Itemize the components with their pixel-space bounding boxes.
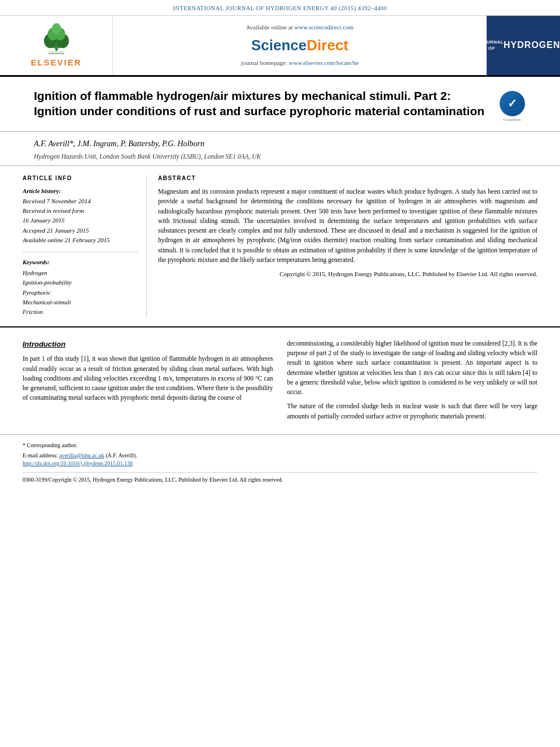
footer-doi: http://dx.doi.org/10.1016/j.ijhydene.201… — [23, 460, 537, 468]
crossmark-label: CrossMark — [503, 117, 520, 123]
sciencedirect-logo: ScienceDirect — [251, 35, 348, 55]
revised-date: 16 January 2015 — [23, 216, 138, 225]
footer-email: E-mail address: averilla@lsbu.ac.uk (A.F… — [23, 452, 537, 460]
article-title-section: Ignition of flammable hydrogen/air mixtu… — [0, 77, 560, 132]
banner: ELSEVIER Available online at www.science… — [0, 16, 560, 77]
accepted-date: Accepted 21 January 2015 — [23, 226, 138, 235]
body-left-col: Introduction In part 1 of this study [1]… — [23, 339, 273, 426]
received-date: Received 7 November 2014 — [23, 197, 138, 206]
authors-section: A.F. Averill*, J.M. Ingram, P. Battersby… — [0, 132, 560, 166]
sciencedirect-area: Available online at www.sciencedirect.co… — [113, 16, 487, 75]
introduction-section: Introduction In part 1 of this study [1]… — [0, 327, 560, 434]
author-email-link[interactable]: averilla@lsbu.ac.uk — [59, 452, 104, 458]
svg-point-7 — [51, 23, 61, 34]
available-online-date: Available online 21 February 2015 — [23, 236, 138, 244]
keyword-1: Hydrogen — [23, 269, 138, 277]
received-revised-label: Received in revised form — [23, 207, 138, 215]
article-title: Ignition of flammable hydrogen/air mixtu… — [34, 88, 487, 119]
elsevier-logo-area: ELSEVIER — [0, 16, 113, 75]
keyword-4: Mechanical-stimuli — [23, 298, 138, 307]
keywords-section: Keywords: Hydrogen Ignition-probability … — [23, 258, 138, 317]
authors-names: A.F. Averill*, J.M. Ingram, P. Battersby… — [34, 138, 526, 150]
page-footer: * Corresponding author. E-mail address: … — [0, 434, 560, 488]
journal-homepage: journal homepage: www.elsevier.com/locat… — [241, 59, 359, 67]
journal-header: INTERNATIONAL JOURNAL OF HYDROGEN ENERGY… — [0, 0, 560, 16]
doi-link[interactable]: http://dx.doi.org/10.1016/j.ijhydene.201… — [23, 460, 133, 466]
elsevier-wordmark: ELSEVIER — [30, 56, 81, 68]
article-info-label: ARTICLE INFO — [23, 174, 138, 182]
body-columns: Introduction In part 1 of this study [1]… — [23, 339, 537, 426]
crossmark-badge: ✓ — [500, 91, 525, 116]
article-info-abstract: ARTICLE INFO Article history: Received 7… — [0, 166, 560, 327]
journal-title-header: INTERNATIONAL JOURNAL OF HYDROGEN ENERGY… — [173, 5, 387, 11]
homepage-url[interactable]: www.elsevier.com/locate/he — [289, 59, 359, 66]
abstract-text: Magnesium and its corrosion products rep… — [158, 187, 537, 279]
abstract-copyright: Copyright © 2015, Hydrogen Energy Public… — [158, 269, 537, 279]
intro-para-left: In part 1 of this study [1], it was show… — [23, 354, 273, 403]
intro-para-right-1: decommissioning, a considerably higher l… — [287, 339, 538, 397]
article-history: Article history: Received 7 November 201… — [23, 187, 138, 244]
abstract-col: ABSTRACT Magnesium and its corrosion pro… — [158, 174, 537, 318]
introduction-title: Introduction — [23, 339, 273, 350]
article-title-container: Ignition of flammable hydrogen/air mixtu… — [34, 88, 487, 119]
keyword-3: Pyrophoric — [23, 289, 138, 297]
elsevier-tree-svg — [31, 23, 82, 56]
crossmark-area: ✓ CrossMark — [498, 88, 526, 123]
body-right-col: decommissioning, a considerably higher l… — [287, 339, 538, 426]
footer-copyright: 0360-3199/Copyright © 2015, Hydrogen Ene… — [23, 472, 537, 484]
keywords-label: Keywords: — [23, 258, 138, 267]
abstract-paragraph-1: Magnesium and its corrosion products rep… — [158, 187, 537, 265]
sciencedirect-url[interactable]: www.sciencedirect.com — [294, 24, 353, 30]
history-label: Article history: — [23, 187, 138, 195]
divider — [23, 252, 138, 252]
corresponding-author-note: * Corresponding author. — [23, 442, 537, 449]
intro-para-right-2: The nature of the corroded sludge beds i… — [287, 401, 538, 421]
journal-logo-area: INTERNATIONAL JOURNAL OF HYDROGEN ENERGY — [487, 16, 560, 75]
copyright-text: 0360-3199/Copyright © 2015, Hydrogen Ene… — [23, 477, 283, 483]
article-info-col: ARTICLE INFO Article history: Received 7… — [23, 174, 147, 318]
keyword-5: Friction — [23, 308, 138, 316]
available-online-text: Available online at www.sciencedirect.co… — [246, 23, 354, 32]
keyword-2: Ignition-probability — [23, 278, 138, 287]
affiliation: Hydrogen Hazards Unit, London South Bank… — [34, 152, 526, 161]
abstract-label: ABSTRACT — [158, 174, 537, 182]
